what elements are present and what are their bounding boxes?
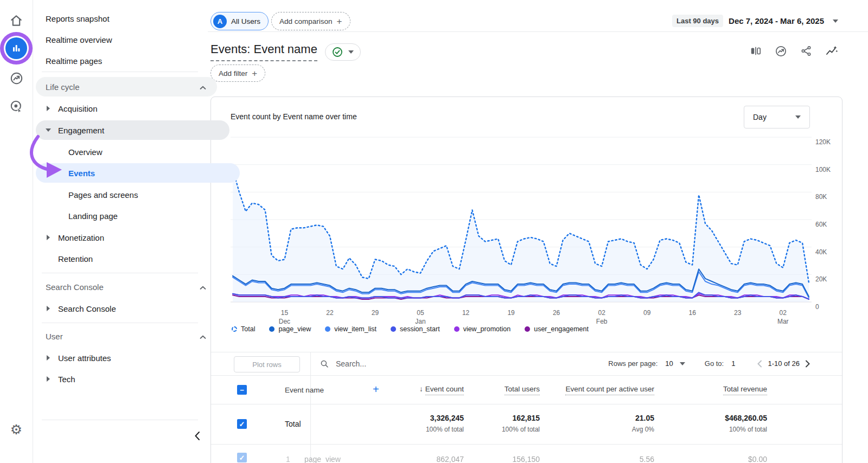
svg-text:09: 09 [643, 309, 651, 317]
reports-icon-active-circle [5, 37, 27, 59]
plus-icon: + [252, 69, 257, 78]
events-report-card: Event count by Event name over time Day … [210, 97, 843, 463]
next-page-icon[interactable] [805, 360, 810, 368]
chart-legend: Total page_view view_item_list session_s… [232, 325, 589, 333]
add-dimension-icon[interactable]: + [373, 383, 379, 396]
legend-item-session-start[interactable]: session_start [391, 325, 440, 333]
chevron-up-icon [200, 332, 206, 341]
nav-engagement-events[interactable]: Events [36, 163, 240, 183]
settings-gear-icon[interactable]: ⚙ [8, 421, 25, 438]
legend-item-view-promotion[interactable]: view_promotion [454, 325, 511, 333]
all-users-label: All Users [231, 17, 260, 25]
expand-triangle-icon [47, 106, 50, 111]
chevron-up-icon [200, 82, 206, 92]
svg-text:02: 02 [780, 309, 787, 317]
svg-text:40K: 40K [815, 248, 827, 256]
nav-section-life-cycle[interactable]: Life cycle [36, 77, 217, 97]
card-divider [211, 375, 842, 376]
comparison-icon[interactable] [750, 45, 762, 57]
reports-icon[interactable] [5, 37, 27, 59]
svg-text:15: 15 [281, 309, 289, 317]
events-time-series-chart[interactable]: 020K40K60K80K100K120K15Dec222905Jan12192… [231, 136, 833, 326]
row-event-count: 862,047 [436, 455, 464, 463]
reports-nav: Reports snapshot Realtime overview Realt… [33, 0, 208, 463]
header-divider [208, 31, 868, 32]
row-checkbox[interactable]: ✓ [237, 453, 247, 462]
prev-page-icon[interactable] [757, 360, 762, 368]
collapse-nav-icon[interactable] [190, 428, 205, 443]
granularity-select[interactable]: Day [744, 106, 810, 128]
expand-triangle-icon [47, 376, 50, 382]
caret-down-icon [833, 20, 838, 23]
card-divider [211, 404, 842, 404]
nav-search-console[interactable]: Search Console [36, 299, 229, 318]
nav-divider [42, 273, 198, 273]
chart-title: Event count by Event name over time [231, 112, 357, 121]
explore-icon[interactable] [8, 69, 25, 87]
date-range-label: Dec 7, 2024 - Mar 6, 2025 [729, 16, 824, 25]
goto-value[interactable]: 1 [731, 359, 735, 368]
nav-engagement-overview[interactable]: Overview [36, 142, 240, 162]
insights-icon[interactable] [775, 45, 787, 57]
all-users-chip[interactable]: A All Users [210, 12, 269, 30]
caret-down-icon[interactable] [680, 362, 685, 365]
row-index: 1 [286, 455, 290, 463]
report-toolbar [750, 44, 838, 57]
svg-text:120K: 120K [815, 138, 831, 146]
nav-engagement-landing-page[interactable]: Landing page [36, 206, 240, 226]
page-range: 1-10 of 26 [768, 359, 800, 368]
column-header-total-users[interactable]: Total users [505, 385, 540, 393]
column-header-total-revenue[interactable]: Total revenue [723, 385, 767, 393]
row-total-users: 156,150 [512, 455, 540, 463]
page-view-dot-icon [269, 326, 275, 332]
date-range-picker[interactable]: Last 90 days Dec 7, 2024 - Mar 6, 2025 [672, 15, 838, 27]
share-icon[interactable] [800, 45, 812, 57]
rows-per-page-value[interactable]: 10 [665, 359, 673, 368]
nav-realtime-overview[interactable]: Realtime overview [36, 30, 217, 49]
plot-rows-button[interactable]: Plot rows [234, 356, 300, 372]
legend-item-total[interactable]: Total [232, 325, 255, 333]
goto-label: Go to: [705, 359, 724, 368]
app-rail: ⚙ [0, 0, 33, 463]
column-header-event-name[interactable]: Event name [285, 386, 324, 394]
total-users: 162,815 [502, 414, 540, 422]
legend-item-page-view[interactable]: page_view [269, 325, 311, 333]
legend-item-view-item-list[interactable]: view_item_list [325, 325, 376, 333]
nav-engagement[interactable]: Engagement [36, 120, 229, 140]
svg-text:100K: 100K [815, 166, 831, 173]
view-promotion-dot-icon [454, 326, 459, 332]
add-comparison-button[interactable]: Add comparison + [271, 12, 350, 30]
report-status-dropdown[interactable] [325, 43, 361, 61]
svg-text:Jan: Jan [415, 318, 425, 325]
row-count-per-user: 5.56 [640, 455, 654, 463]
svg-text:Dec: Dec [279, 318, 290, 325]
expand-triangle-icon [47, 235, 50, 240]
column-header-event-count[interactable]: ↓Event count [419, 385, 464, 393]
add-filter-button[interactable]: Add filter + [210, 65, 265, 82]
plus-icon: + [337, 17, 342, 26]
nav-monetization[interactable]: Monetization [36, 228, 229, 247]
svg-text:05: 05 [417, 309, 424, 317]
legend-item-user-engagement[interactable]: user_engagement [525, 325, 589, 333]
svg-text:26: 26 [553, 309, 560, 317]
data-quality-check-icon [332, 47, 343, 57]
row-checkbox[interactable]: ✓ [237, 419, 247, 429]
search-input[interactable] [335, 359, 445, 369]
column-header-event-count-per-active-user[interactable]: Event count per active user [565, 385, 654, 393]
session-start-dot-icon [391, 326, 396, 332]
nav-engagement-pages-screens[interactable]: Pages and screens [36, 185, 240, 204]
nav-reports-snapshot[interactable]: Reports snapshot [36, 9, 217, 28]
home-icon[interactable] [8, 12, 25, 29]
table-pagination: Rows per page: 10 Go to: 1 1-10 of 26 [608, 352, 810, 375]
nav-section-search-console[interactable]: Search Console [36, 277, 217, 297]
select-all-checkbox[interactable]: − [237, 385, 247, 395]
nav-section-user[interactable]: User [36, 326, 217, 346]
nav-acquisition[interactable]: Acquisition [36, 99, 229, 118]
advertising-icon[interactable] [8, 98, 25, 115]
nav-user-attributes[interactable]: User attributes [36, 348, 229, 368]
nav-tech[interactable]: Tech [36, 369, 229, 389]
nav-realtime-pages[interactable]: Realtime pages [36, 51, 217, 70]
svg-text:23: 23 [734, 309, 742, 317]
nav-retention[interactable]: Retention [36, 249, 229, 268]
analytics-intelligence-icon[interactable] [825, 44, 838, 57]
